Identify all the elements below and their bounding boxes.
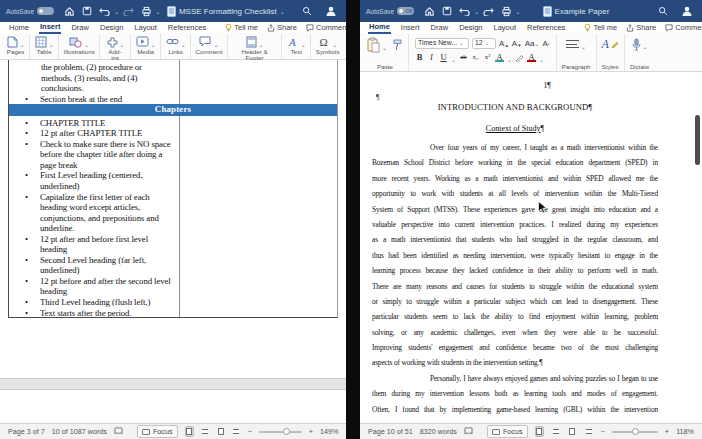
page-count[interactable]: Page 3 of 7 bbox=[8, 427, 45, 436]
ribbon-group-illustrations[interactable]: Illustrations bbox=[59, 34, 100, 59]
grow-font-button[interactable]: A▲ bbox=[499, 39, 509, 48]
view-outline-button[interactable] bbox=[216, 426, 225, 437]
highlight-color-button[interactable]: A bbox=[495, 52, 504, 62]
tab-design[interactable]: Design bbox=[99, 22, 124, 33]
borders-pen-icon[interactable] bbox=[515, 53, 524, 62]
redo-icon[interactable] bbox=[482, 5, 495, 18]
dictate-group[interactable]: Dictate bbox=[625, 34, 654, 71]
zoom-slider[interactable] bbox=[612, 431, 658, 433]
ribbon-group-symbols[interactable]: Ω Symbols bbox=[311, 34, 344, 59]
ribbon-group-add-ins[interactable]: Add-ins bbox=[100, 34, 131, 59]
chevron-down-icon[interactable] bbox=[539, 48, 544, 66]
redo-icon[interactable] bbox=[122, 5, 135, 18]
ribbon-group-links[interactable]: Links bbox=[161, 34, 191, 59]
tab-design[interactable]: Design bbox=[458, 22, 483, 33]
zoom-percent[interactable]: 118% bbox=[676, 427, 694, 436]
format-painter-icon[interactable] bbox=[392, 39, 403, 51]
paragraph-group[interactable]: Paragraph bbox=[557, 34, 597, 71]
home-icon[interactable] bbox=[63, 5, 76, 18]
window-divider[interactable] bbox=[346, 0, 360, 439]
ribbon-group-comment[interactable]: Comment bbox=[191, 34, 228, 59]
tab-insert[interactable]: Insert bbox=[400, 22, 421, 33]
shrink-font-button[interactable]: A▼ bbox=[512, 39, 522, 48]
page-count[interactable]: Page 10 of 51 bbox=[368, 427, 413, 436]
undo-chevron-icon[interactable]: ⌄ bbox=[114, 8, 119, 15]
view-print-layout-button[interactable] bbox=[535, 426, 545, 437]
tab-references[interactable]: References bbox=[526, 22, 566, 33]
ribbon-group-header-footer[interactable]: Header & Footer bbox=[228, 34, 283, 59]
strikethrough-button[interactable]: ab bbox=[459, 53, 468, 61]
zoom-in-button[interactable]: + bbox=[665, 427, 669, 436]
vertical-scrollbar-thumb[interactable] bbox=[695, 115, 700, 165]
tab-references[interactable]: References bbox=[167, 22, 207, 33]
tab-layout[interactable]: Layout bbox=[492, 22, 517, 33]
autosave-toggle[interactable]: Off bbox=[397, 7, 414, 15]
view-web-layout-button[interactable] bbox=[551, 426, 560, 437]
search-icon[interactable] bbox=[300, 5, 313, 18]
font-color-button[interactable]: A bbox=[527, 52, 536, 62]
title-chevron-icon[interactable]: ⌄ bbox=[280, 8, 285, 15]
document-canvas-left[interactable]: the problem, (2) procedure or methods, (… bbox=[0, 60, 346, 423]
proofing-icon[interactable] bbox=[114, 427, 123, 437]
proofing-icon[interactable] bbox=[464, 427, 473, 437]
view-draft-button[interactable] bbox=[584, 426, 593, 437]
focus-button[interactable]: Focus bbox=[487, 425, 528, 438]
profile-avatar[interactable] bbox=[324, 5, 337, 18]
subscript-button[interactable]: x₂ bbox=[471, 53, 480, 61]
zoom-slider[interactable] bbox=[259, 431, 302, 433]
search-icon[interactable] bbox=[656, 5, 669, 18]
zoom-in-button[interactable]: + bbox=[309, 427, 313, 436]
print-chevron-icon[interactable]: ⌄ bbox=[155, 8, 160, 15]
word-count[interactable]: 10 of 1087 words bbox=[52, 427, 107, 436]
tab-home[interactable]: Home bbox=[368, 21, 391, 34]
undo-chevron-icon[interactable]: ⌄ bbox=[474, 8, 479, 15]
share-button[interactable]: Share bbox=[267, 23, 297, 32]
underline-button[interactable]: U bbox=[439, 52, 448, 62]
ribbon-group-table[interactable]: Table bbox=[30, 34, 59, 59]
change-case-button[interactable]: Aa bbox=[525, 39, 540, 48]
zoom-out-button[interactable]: − bbox=[248, 427, 252, 436]
chevron-down-icon[interactable] bbox=[451, 48, 456, 66]
zoom-slider-knob[interactable] bbox=[632, 428, 639, 435]
zoom-slider-knob[interactable] bbox=[283, 428, 290, 435]
focus-button[interactable]: Focus bbox=[137, 425, 178, 438]
comments-button[interactable]: Comments bbox=[665, 23, 702, 32]
view-web-layout-button[interactable] bbox=[201, 426, 210, 437]
view-draft-button[interactable] bbox=[232, 426, 241, 437]
font-name-dropdown[interactable]: Times New... bbox=[415, 38, 469, 49]
chevron-down-icon[interactable] bbox=[507, 48, 512, 66]
tab-draw[interactable]: Draw bbox=[70, 22, 90, 33]
tab-home[interactable]: Home bbox=[8, 22, 30, 33]
print-icon[interactable] bbox=[500, 5, 513, 18]
tab-draw[interactable]: Draw bbox=[430, 22, 450, 33]
font-size-dropdown[interactable]: 12 bbox=[472, 38, 496, 49]
undo-icon[interactable] bbox=[99, 5, 112, 18]
tell-me-button[interactable]: Tell me bbox=[225, 23, 258, 32]
home-icon[interactable] bbox=[423, 5, 436, 18]
clear-formatting-button[interactable]: A° bbox=[542, 39, 549, 48]
save-icon[interactable] bbox=[81, 5, 94, 18]
bold-button[interactable]: B bbox=[415, 52, 424, 62]
share-button[interactable]: Share bbox=[626, 23, 656, 32]
ribbon-group-text[interactable]: A Text bbox=[282, 34, 311, 59]
view-outline-button[interactable] bbox=[568, 426, 577, 437]
word-count[interactable]: 8320 words bbox=[420, 427, 457, 436]
ribbon-group-media[interactable]: Media bbox=[131, 34, 161, 59]
profile-avatar[interactable] bbox=[680, 5, 693, 18]
view-print-layout-button[interactable] bbox=[185, 426, 194, 437]
zoom-percent[interactable]: 149% bbox=[320, 427, 338, 436]
autosave-toggle[interactable] bbox=[37, 7, 54, 15]
styles-group[interactable]: A Styles bbox=[597, 34, 625, 71]
paste-icon[interactable] bbox=[367, 37, 380, 53]
italic-button[interactable]: I bbox=[427, 52, 436, 62]
superscript-button[interactable]: x² bbox=[483, 53, 492, 61]
zoom-out-button[interactable]: − bbox=[600, 427, 604, 436]
tell-me-button[interactable]: Tell me bbox=[584, 23, 617, 32]
print-icon[interactable] bbox=[140, 5, 153, 18]
save-icon[interactable] bbox=[441, 5, 454, 18]
print-chevron-icon[interactable]: ⌄ bbox=[515, 8, 520, 15]
undo-icon[interactable] bbox=[459, 5, 472, 18]
ribbon-group-pages[interactable]: Pages bbox=[2, 34, 30, 59]
document-canvas-right[interactable]: 1¶ ¶ INTRODUCTION AND BACKGROUND¶ Contex… bbox=[360, 72, 702, 423]
tab-layout[interactable]: Layout bbox=[133, 22, 158, 33]
